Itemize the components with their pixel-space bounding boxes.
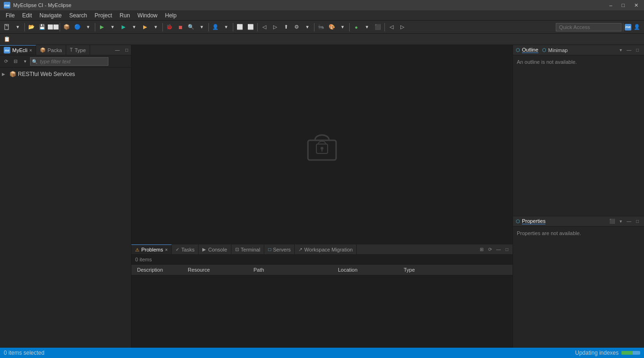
outline-icon: ⬡	[516, 47, 520, 53]
menu-file[interactable]: File	[2, 11, 18, 20]
tb-palette-dropdown[interactable]: ▾	[337, 22, 348, 32]
tb-run3[interactable]: ▶	[140, 22, 150, 32]
outline-chevron-down[interactable]: ▾	[617, 46, 624, 54]
outline-maximize[interactable]: □	[634, 46, 641, 54]
tab-me-icon: me	[4, 47, 10, 53]
close-button[interactable]: ✕	[632, 2, 640, 8]
tb-save[interactable]: 💾	[37, 22, 47, 32]
tab-type[interactable]: T Type	[66, 45, 90, 55]
tb-deploy[interactable]: 📦	[61, 22, 72, 32]
bottom-tab-console[interactable]: ▶ Console	[199, 244, 231, 254]
tb-stop[interactable]: ⏹	[175, 22, 185, 32]
quick-access-input[interactable]	[556, 23, 621, 31]
tb-profile-dropdown[interactable]: ▾	[221, 22, 231, 32]
tb-misc[interactable]: ⬛	[373, 22, 383, 32]
bottom-tab-tasks[interactable]: ✓ Tasks	[172, 244, 199, 254]
sep6	[233, 23, 233, 31]
outline-actions: ▾ — □	[617, 46, 641, 54]
properties-chevron-down[interactable]: ▾	[617, 218, 624, 225]
filter-input[interactable]	[30, 57, 108, 66]
maximize-button[interactable]: □	[620, 2, 627, 8]
tab-maximize[interactable]: □	[123, 46, 131, 54]
sep11	[623, 23, 623, 31]
outline-tab-minimap[interactable]: Minimap	[548, 47, 568, 53]
properties-icon-action[interactable]: ⬛	[608, 218, 616, 225]
status-right: Updating indexes	[575, 350, 640, 356]
tb-search[interactable]: 🔍	[186, 22, 196, 32]
tb-debug[interactable]: 🐞	[164, 22, 175, 32]
menu-search[interactable]: Search	[65, 11, 91, 20]
bottom-tab-terminal[interactable]: ⊡ Terminal	[231, 244, 265, 254]
status-items-selected: 0 items selected	[4, 350, 45, 356]
table-header: Description Resource Path Location Type	[131, 265, 513, 275]
tab-minimize[interactable]: —	[113, 46, 122, 54]
tb-new[interactable]: +	[2, 22, 12, 32]
properties-icon: ⬡	[516, 219, 520, 224]
menu-window[interactable]: Window	[134, 11, 161, 20]
tb-new-dropdown[interactable]: ▾	[13, 22, 23, 32]
tb-open[interactable]: 📂	[26, 22, 37, 32]
sep9	[349, 23, 350, 31]
tb-up[interactable]: ⬆	[281, 22, 291, 32]
tb-perspective[interactable]: ⬜	[235, 22, 245, 32]
tab-myecli-close[interactable]: ×	[29, 48, 32, 53]
menu-edit[interactable]: Edit	[18, 11, 36, 20]
properties-tab-active[interactable]: Properties	[522, 218, 545, 224]
tb-back[interactable]: ◁	[259, 22, 269, 32]
editor-logo	[303, 126, 341, 164]
filter-collapse[interactable]: ⊟	[11, 57, 20, 66]
bottom-new-console[interactable]: ⊞	[478, 246, 485, 253]
tab-myecli-label: MyEcli	[12, 47, 27, 53]
tb-run2-dropdown[interactable]: ▾	[129, 22, 139, 32]
menu-project[interactable]: Project	[91, 11, 115, 20]
properties-minimize[interactable]: —	[625, 218, 633, 225]
col-description: Description	[135, 266, 186, 274]
tb-ant[interactable]: 🐜	[316, 22, 326, 32]
minimize-button[interactable]: –	[607, 2, 614, 8]
tb-server[interactable]: 🔵	[72, 22, 83, 32]
bottom-refresh[interactable]: ⟳	[486, 246, 494, 253]
tab-myecli[interactable]: me MyEcli ×	[0, 45, 36, 55]
status-updating: Updating indexes	[575, 350, 619, 356]
filter-bar: ⟳ ⊟ ▾ 🔍	[0, 55, 131, 68]
tb-run3-dropdown[interactable]: ▾	[151, 22, 161, 32]
tb-run2[interactable]: ▶	[118, 22, 129, 32]
outline-minimize[interactable]: —	[625, 46, 633, 54]
bottom-tab-servers[interactable]: □ Servers	[264, 244, 295, 254]
menu-run[interactable]: Run	[116, 11, 134, 20]
problems-close[interactable]: ×	[165, 247, 168, 252]
menu-help[interactable]: Help	[161, 11, 181, 20]
tb-run-dropdown[interactable]: ▾	[107, 22, 118, 32]
bottom-tab-problems[interactable]: ⚠ Problems ×	[131, 244, 172, 254]
tb-settings-dropdown[interactable]: ▾	[302, 22, 313, 32]
bottom-maximize[interactable]: □	[503, 246, 511, 253]
tb-nav-back[interactable]: ◁	[386, 22, 397, 32]
outline-tab-active[interactable]: Outline	[522, 47, 538, 53]
tb-search-dropdown[interactable]: ▾	[197, 22, 207, 32]
tb-start-dropdown[interactable]: ▾	[362, 22, 372, 32]
tb-user[interactable]: 👤	[632, 22, 642, 32]
outline-panel: ⬡ Outline ⬡ Minimap ▾ — □ An outline is …	[513, 45, 644, 216]
filter-sync[interactable]: ⟳	[2, 57, 10, 66]
tb-profile[interactable]: 👤	[210, 22, 221, 32]
tb-server-dropdown[interactable]: ▾	[83, 22, 93, 32]
properties-maximize[interactable]: □	[634, 218, 641, 225]
tree-item-restful[interactable]: ▶ 📦 RESTful Web Services	[0, 69, 131, 79]
tb-nav-fwd[interactable]: ▷	[397, 22, 407, 32]
filter-menu[interactable]: ▾	[21, 57, 29, 66]
bottom-tab-workspace-migration[interactable]: ↗ Workspace Migration	[295, 244, 357, 254]
status-progress: Updating indexes	[575, 350, 640, 356]
items-count: 0 items	[131, 255, 513, 265]
menu-navigate[interactable]: Navigate	[36, 11, 65, 20]
tb-run[interactable]: ▶	[97, 22, 107, 32]
tb-settings[interactable]: ⚙	[291, 22, 302, 32]
tb2-copy[interactable]: 📋	[2, 34, 12, 45]
tab-package[interactable]: 📦 Packa	[36, 45, 66, 55]
window-controls[interactable]: – □ ✕	[607, 2, 640, 8]
bottom-minimize[interactable]: —	[495, 246, 502, 253]
tb-palette[interactable]: 🎨	[327, 22, 337, 32]
tb-view[interactable]: ⬜	[245, 22, 256, 32]
tb-save-all[interactable]: ⬜⬜	[48, 22, 58, 32]
tb-fwd[interactable]: ▷	[270, 22, 280, 32]
tb-start[interactable]: ●	[351, 22, 361, 32]
